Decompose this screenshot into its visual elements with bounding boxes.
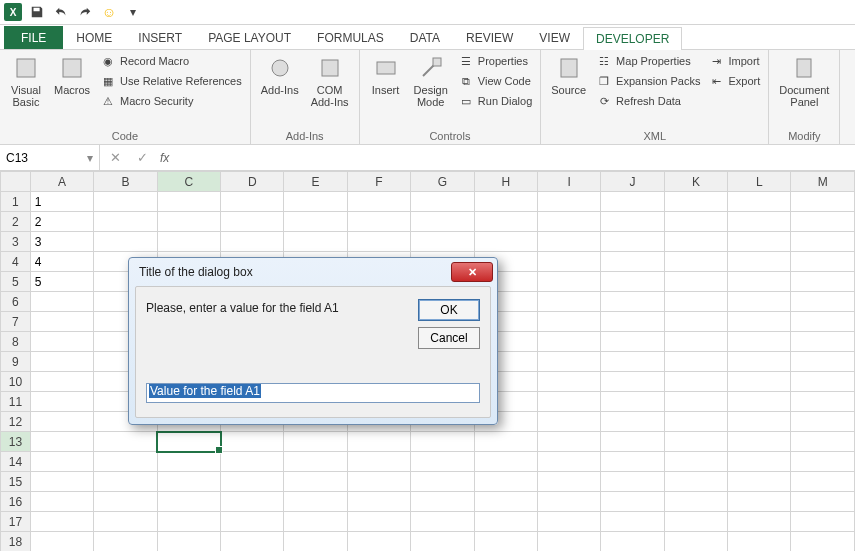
cell[interactable] [664, 492, 727, 512]
cell[interactable] [411, 472, 474, 492]
cell[interactable] [791, 212, 855, 232]
cell[interactable] [411, 492, 474, 512]
cell[interactable] [728, 432, 791, 452]
cell[interactable] [157, 192, 220, 212]
cancel-formula-icon[interactable]: ✕ [106, 150, 125, 165]
tab-home[interactable]: HOME [63, 26, 125, 49]
cell[interactable] [30, 292, 93, 312]
cell[interactable] [728, 312, 791, 332]
expansion-packs-button[interactable]: ❐Expansion Packs [594, 72, 702, 90]
tab-file[interactable]: FILE [4, 26, 63, 49]
column-header[interactable]: G [411, 172, 474, 192]
column-header[interactable]: J [601, 172, 664, 192]
cell[interactable] [221, 512, 284, 532]
cell[interactable] [157, 472, 220, 492]
cell[interactable] [30, 392, 93, 412]
cell[interactable] [601, 332, 664, 352]
cell[interactable] [664, 512, 727, 532]
cell[interactable] [601, 212, 664, 232]
cell[interactable] [347, 492, 410, 512]
cell[interactable] [537, 192, 600, 212]
cell[interactable] [347, 232, 410, 252]
name-box[interactable]: C13 ▾ [0, 145, 100, 170]
cell[interactable] [157, 432, 220, 452]
cell[interactable] [284, 432, 347, 452]
cell[interactable] [791, 532, 855, 552]
row-header[interactable]: 9 [1, 352, 31, 372]
cell[interactable] [728, 472, 791, 492]
qat-dropdown-icon[interactable]: ▾ [124, 3, 142, 21]
column-header[interactable]: A [30, 172, 93, 192]
row-header[interactable]: 5 [1, 272, 31, 292]
cell[interactable] [791, 332, 855, 352]
tab-page-layout[interactable]: PAGE LAYOUT [195, 26, 304, 49]
cell[interactable] [411, 512, 474, 532]
cell[interactable]: 2 [30, 212, 93, 232]
row-header[interactable]: 8 [1, 332, 31, 352]
tab-data[interactable]: DATA [397, 26, 453, 49]
cell[interactable] [30, 452, 93, 472]
cell[interactable] [221, 232, 284, 252]
save-icon[interactable] [28, 3, 46, 21]
cell[interactable] [474, 192, 537, 212]
cell[interactable] [30, 532, 93, 552]
cell[interactable] [411, 432, 474, 452]
cell[interactable] [728, 332, 791, 352]
cell[interactable] [664, 312, 727, 332]
cell[interactable] [664, 332, 727, 352]
cell[interactable] [94, 212, 157, 232]
cell[interactable] [664, 232, 727, 252]
cell[interactable] [601, 532, 664, 552]
cell[interactable] [601, 432, 664, 452]
redo-icon[interactable] [76, 3, 94, 21]
cell[interactable] [791, 412, 855, 432]
cell[interactable] [728, 412, 791, 432]
cell[interactable] [601, 392, 664, 412]
cell[interactable] [537, 512, 600, 532]
enter-formula-icon[interactable]: ✓ [133, 150, 152, 165]
cell[interactable] [664, 212, 727, 232]
cell[interactable] [537, 232, 600, 252]
cell[interactable] [728, 372, 791, 392]
cell[interactable] [728, 232, 791, 252]
cell[interactable] [30, 472, 93, 492]
insert-control-button[interactable]: Insert [366, 52, 406, 98]
tab-view[interactable]: VIEW [526, 26, 583, 49]
cell[interactable] [347, 212, 410, 232]
cell[interactable] [284, 532, 347, 552]
cell[interactable] [157, 232, 220, 252]
column-header[interactable]: K [664, 172, 727, 192]
column-header[interactable]: L [728, 172, 791, 192]
column-header[interactable]: I [537, 172, 600, 192]
cell[interactable] [157, 532, 220, 552]
cell[interactable] [601, 352, 664, 372]
dialog-close-button[interactable]: ✕ [451, 262, 493, 282]
cell[interactable] [664, 472, 727, 492]
cell[interactable] [601, 312, 664, 332]
view-code-button[interactable]: ⧉View Code [456, 72, 534, 90]
cell[interactable] [284, 232, 347, 252]
cell[interactable] [30, 372, 93, 392]
column-header[interactable]: H [474, 172, 537, 192]
cell[interactable] [601, 452, 664, 472]
cell[interactable] [411, 532, 474, 552]
row-header[interactable]: 7 [1, 312, 31, 332]
cell[interactable] [791, 512, 855, 532]
cell[interactable] [94, 232, 157, 252]
undo-icon[interactable] [52, 3, 70, 21]
cell[interactable] [791, 252, 855, 272]
cell[interactable] [347, 192, 410, 212]
row-header[interactable]: 16 [1, 492, 31, 512]
cell[interactable] [284, 452, 347, 472]
cell[interactable] [284, 192, 347, 212]
row-header[interactable]: 6 [1, 292, 31, 312]
cell[interactable] [791, 432, 855, 452]
cell[interactable] [411, 232, 474, 252]
cell[interactable] [791, 452, 855, 472]
cell[interactable] [601, 252, 664, 272]
cell[interactable] [94, 532, 157, 552]
cell[interactable] [664, 392, 727, 412]
cell[interactable] [664, 372, 727, 392]
cell[interactable] [221, 452, 284, 472]
column-header[interactable]: F [347, 172, 410, 192]
